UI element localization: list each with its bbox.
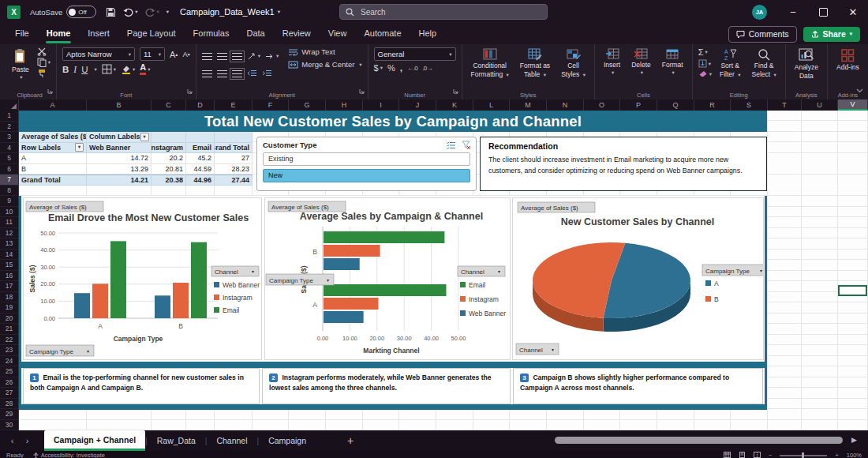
column-header-A[interactable]: A	[19, 99, 87, 111]
multi-select-icon[interactable]	[447, 141, 456, 149]
row-header-22[interactable]: 22	[0, 335, 18, 346]
cut-button[interactable]	[37, 47, 51, 56]
row-header-14[interactable]: 14	[0, 250, 18, 261]
menu-file[interactable]: File	[6, 24, 38, 44]
align-left-icon[interactable]	[202, 70, 212, 77]
pivot-cell[interactable]	[152, 132, 186, 143]
pivot-cell[interactable]: B	[19, 164, 87, 175]
analyze-data-button[interactable]: Analyze Data	[791, 47, 821, 81]
horizontal-scrollbar[interactable]	[555, 437, 843, 444]
align-top-icon[interactable]	[202, 53, 212, 60]
row-header-13[interactable]: 13	[0, 238, 18, 250]
autosum-button[interactable]: Σ▾	[698, 47, 712, 57]
row-header-17[interactable]: 17	[0, 281, 18, 292]
pivot-cell[interactable]: 27.44	[215, 175, 253, 186]
align-center-icon[interactable]	[217, 70, 227, 77]
legend-field-button[interactable]: Channel▾	[458, 266, 505, 276]
row-header-26[interactable]: 26	[0, 377, 18, 389]
underline-button[interactable]: U	[81, 65, 88, 74]
sheet-tab-campaign-channel[interactable]: Campaign + Channel	[44, 430, 145, 451]
menu-view[interactable]: View	[320, 24, 356, 44]
find-select-button[interactable]: Find & Select ▾	[748, 47, 779, 79]
slicer-item-new[interactable]: New	[263, 169, 470, 182]
pivot-cell[interactable]	[186, 132, 215, 143]
search-input[interactable]	[359, 7, 541, 17]
collapse-ribbon-icon[interactable]	[856, 82, 863, 96]
menu-automate[interactable]: Automate	[355, 24, 410, 44]
row-header-11[interactable]: 11	[0, 217, 18, 228]
clear-button[interactable]: ▾	[698, 70, 712, 78]
row-header-28[interactable]: 28	[0, 399, 18, 410]
pivot-cell[interactable]	[215, 132, 253, 143]
pie-chart[interactable]: New Customer Sales by ChannelAverage of …	[512, 197, 764, 360]
zoom-in-button[interactable]: +	[835, 452, 838, 458]
axis-field-button[interactable]: Campaign Type▾	[26, 345, 94, 356]
wrap-text-button[interactable]: Wrap Text	[288, 47, 361, 56]
value-field-button[interactable]: Average of Sales ($)	[26, 201, 103, 212]
percent-style-button[interactable]: %	[387, 63, 395, 73]
page-layout-view-icon[interactable]	[739, 452, 746, 458]
menu-formulas[interactable]: Formulas	[185, 24, 238, 44]
value-field-button[interactable]: Average of Sales ($)	[518, 202, 595, 212]
row-header-27[interactable]: 27	[0, 388, 18, 399]
maximize-button[interactable]	[808, 0, 838, 24]
undo-button[interactable]: ▾	[123, 7, 137, 17]
row-header-7[interactable]: 7	[0, 175, 18, 186]
row-header-23[interactable]: 23	[0, 345, 18, 356]
column-header-E[interactable]: E	[215, 99, 253, 111]
slicer-item-existing[interactable]: Existing	[263, 152, 470, 166]
italic-button[interactable]: I	[73, 65, 77, 74]
font-color-button[interactable]: A▾	[140, 63, 150, 75]
autosave-toggle[interactable]: Off	[66, 6, 96, 18]
pivot-cell[interactable]: 44.59	[186, 164, 215, 175]
pivot-cell[interactable]: 14.72	[87, 153, 152, 164]
pivot-cell[interactable]: 14.21	[87, 175, 152, 186]
pivot-cell[interactable]: Column Labels▾	[87, 132, 152, 143]
column-header-K[interactable]: K	[436, 99, 473, 111]
column-header-G[interactable]: G	[289, 99, 326, 111]
pivot-cell[interactable]: Instagram	[152, 143, 186, 154]
column-header-F[interactable]: F	[253, 99, 289, 111]
format-cells-button[interactable]: Format▾	[659, 47, 687, 77]
menu-data[interactable]: Data	[238, 24, 273, 44]
customer-type-slicer[interactable]: Customer Type ExistingNew	[256, 137, 477, 191]
row-header-4[interactable]: 4	[0, 143, 18, 154]
fill-button[interactable]: ▾	[698, 59, 712, 68]
row-header-15[interactable]: 15	[0, 260, 18, 271]
add-sheet-button[interactable]: +	[341, 434, 360, 447]
row-header-30[interactable]: 30	[0, 420, 18, 431]
pivot-cell[interactable]: 44.96	[186, 175, 215, 186]
pivot-cell[interactable]: 13.29	[87, 164, 152, 175]
sheet-grid[interactable]: 1234567891011121314151617181920212223242…	[0, 111, 868, 430]
row-header-2[interactable]: 2	[0, 122, 18, 133]
format-as-table-button[interactable]: Format as Table ▾	[517, 47, 553, 79]
redo-dropdown-icon[interactable]: ▾	[156, 9, 159, 15]
format-painter-button[interactable]	[37, 69, 51, 78]
menu-page-layout[interactable]: Page Layout	[118, 24, 185, 44]
pivot-cell[interactable]: Web Banner	[87, 143, 152, 154]
column-header-L[interactable]: L	[473, 99, 510, 111]
axis-field-button[interactable]: Campaign Type▾	[266, 274, 334, 285]
paste-button[interactable]: Paste ▾	[9, 47, 32, 81]
filter-dropdown-icon[interactable]: ▾	[75, 143, 84, 152]
comma-style-button[interactable]: ,	[400, 63, 402, 73]
align-bottom-icon[interactable]	[232, 53, 242, 60]
accessibility-status[interactable]: Accessibility: Investigate	[33, 452, 105, 458]
sheet-tab-campaign[interactable]: Campaign	[259, 430, 316, 451]
align-middle-icon[interactable]	[217, 53, 227, 60]
pivot-cell[interactable]: Email	[186, 143, 215, 154]
clear-filter-icon[interactable]	[462, 141, 470, 149]
column-header-T[interactable]: T	[768, 99, 802, 111]
pivot-cell[interactable]: Grand Total	[19, 175, 87, 186]
pivot-cell[interactable]: 27	[215, 153, 253, 164]
minimize-button[interactable]: −	[778, 0, 808, 24]
alignment-dialog-launcher[interactable]	[359, 83, 365, 97]
increase-font-button[interactable]: A▴	[170, 50, 178, 59]
pivot-cell[interactable]: A	[19, 153, 87, 164]
row-header-19[interactable]: 19	[0, 302, 18, 313]
row-header-1[interactable]: 1	[0, 111, 18, 122]
row-header-9[interactable]: 9	[0, 196, 18, 207]
page-break-view-icon[interactable]	[754, 452, 761, 458]
pivot-cell[interactable]: 20.2	[152, 153, 186, 164]
decrease-decimal-button[interactable]: .0→	[422, 65, 432, 72]
